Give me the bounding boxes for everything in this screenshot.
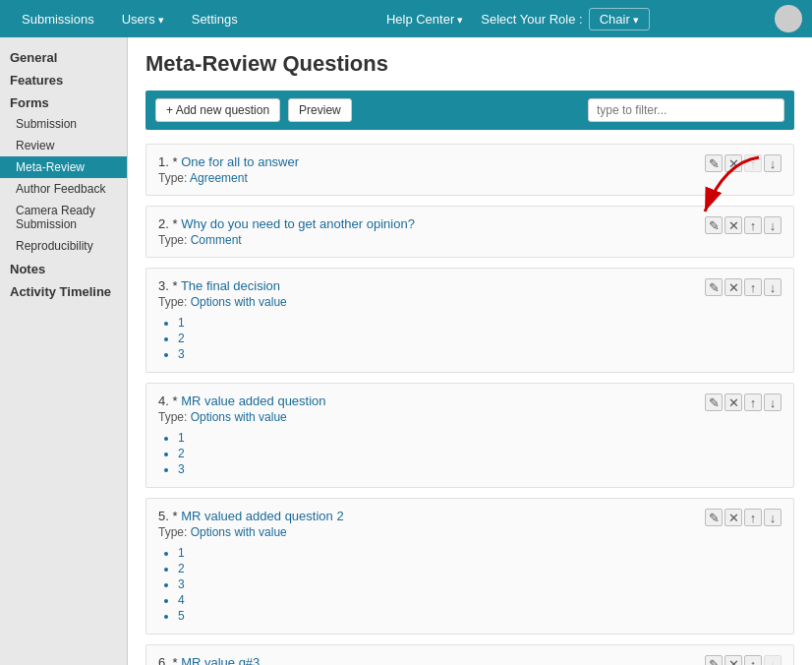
question-type-value: Options with value bbox=[191, 295, 287, 309]
page-title: Meta-Review Questions bbox=[145, 51, 794, 77]
question-text: Why do you need to get another opinion? bbox=[181, 216, 415, 231]
edit-icon[interactable]: ✎ bbox=[705, 278, 723, 296]
move-up-icon[interactable]: ↑ bbox=[744, 655, 762, 665]
nav-users[interactable]: Users bbox=[110, 6, 176, 32]
question-type: Type: Agreement bbox=[158, 171, 299, 185]
edit-icon[interactable]: ✎ bbox=[705, 154, 723, 172]
option-item: 1 bbox=[178, 315, 287, 331]
question-card-5: 5. * MR valued added question 2 Type: Op… bbox=[145, 498, 794, 635]
toolbar: + Add new question Preview bbox=[145, 91, 794, 130]
question-header: 5. * MR valued added question 2 Type: Op… bbox=[158, 509, 782, 624]
move-down-icon[interactable]: ↓ bbox=[764, 393, 782, 411]
sidebar-item-general[interactable]: General bbox=[0, 45, 127, 68]
sidebar-item-submission[interactable]: Submission bbox=[0, 113, 127, 135]
add-question-button[interactable]: + Add new question bbox=[155, 98, 280, 122]
option-list: 123 bbox=[178, 315, 287, 362]
option-list: 12345 bbox=[178, 545, 344, 624]
sidebar-item-review[interactable]: Review bbox=[0, 135, 127, 156]
top-navigation: Submissions Users Settings Help Center S… bbox=[0, 0, 812, 37]
nav-center: Help Center Select Your Role : Chair bbox=[250, 6, 775, 32]
question-type: Type: Options with value bbox=[158, 525, 344, 539]
nav-right bbox=[775, 5, 802, 32]
option-item: 3 bbox=[178, 461, 326, 477]
question-text: MR value q#3 bbox=[181, 655, 260, 665]
question-header: 3. * The final decision Type: Options wi… bbox=[158, 278, 782, 362]
question-text: One for all to answer bbox=[181, 154, 299, 169]
question-title: 5. * MR valued added question 2 bbox=[158, 509, 344, 523]
sidebar-section-forms: Forms bbox=[0, 91, 127, 113]
question-header: 4. * MR value added question Type: Optio… bbox=[158, 393, 782, 477]
option-item: 2 bbox=[178, 561, 344, 576]
option-item: 5 bbox=[178, 608, 344, 624]
question-type: Type: Comment bbox=[158, 233, 415, 247]
question-info: 4. * MR value added question Type: Optio… bbox=[158, 393, 326, 477]
question-type-value: Options with value bbox=[191, 410, 287, 424]
question-info: 2. * Why do you need to get another opin… bbox=[158, 216, 415, 247]
question-text: MR value added question bbox=[181, 393, 325, 408]
question-card-2: 2. * Why do you need to get another opin… bbox=[145, 206, 794, 258]
move-up-icon[interactable]: ↑ bbox=[744, 278, 762, 296]
question-card-3: 3. * The final decision Type: Options wi… bbox=[145, 268, 794, 373]
sidebar-item-features[interactable]: Features bbox=[0, 68, 127, 91]
sidebar: General Features Forms Submission Review… bbox=[0, 37, 128, 665]
question-card-4: 4. * MR value added question Type: Optio… bbox=[145, 383, 794, 488]
question-number: 2. * bbox=[158, 216, 181, 231]
question-number: 3. * bbox=[158, 278, 181, 293]
delete-icon[interactable]: ✕ bbox=[725, 154, 742, 172]
question-title: 6. * MR value q#3 bbox=[158, 655, 287, 665]
delete-icon[interactable]: ✕ bbox=[725, 655, 742, 665]
sidebar-item-meta-review[interactable]: Meta-Review bbox=[0, 156, 127, 178]
question-number: 5. * bbox=[158, 509, 181, 523]
question-type: Type: Options with value bbox=[158, 295, 287, 309]
preview-button[interactable]: Preview bbox=[288, 98, 352, 122]
question-actions: ✎ ✕ ↑ ↓ bbox=[705, 393, 782, 411]
delete-icon[interactable]: ✕ bbox=[725, 278, 742, 296]
question-text: MR valued added question 2 bbox=[181, 509, 344, 523]
main-layout: General Features Forms Submission Review… bbox=[0, 37, 812, 665]
move-down-icon: ↓ bbox=[764, 655, 782, 665]
nav-submissions[interactable]: Submissions bbox=[10, 6, 106, 32]
edit-icon[interactable]: ✎ bbox=[705, 216, 723, 234]
delete-icon[interactable]: ✕ bbox=[725, 509, 742, 526]
filter-input[interactable] bbox=[588, 98, 784, 122]
option-item: 1 bbox=[178, 545, 344, 561]
move-up-icon[interactable]: ↑ bbox=[744, 509, 762, 526]
sidebar-item-notes[interactable]: Notes bbox=[0, 257, 127, 279]
question-number: 1. * bbox=[158, 154, 181, 169]
nav-help-center[interactable]: Help Center bbox=[375, 6, 475, 32]
question-type-value: Agreement bbox=[190, 171, 248, 185]
delete-icon[interactable]: ✕ bbox=[725, 216, 742, 234]
chair-role-button[interactable]: Chair bbox=[589, 8, 650, 30]
sidebar-item-author-feedback[interactable]: Author Feedback bbox=[0, 178, 127, 200]
nav-settings[interactable]: Settings bbox=[180, 6, 250, 32]
question-info: 3. * The final decision Type: Options wi… bbox=[158, 278, 287, 362]
edit-icon[interactable]: ✎ bbox=[705, 655, 723, 665]
option-item: 3 bbox=[178, 576, 344, 592]
move-up-icon[interactable]: ↑ bbox=[744, 393, 762, 411]
edit-icon[interactable]: ✎ bbox=[705, 393, 723, 411]
sidebar-item-activity-timeline[interactable]: Activity Timeline bbox=[0, 279, 127, 302]
question-number: 6. * bbox=[158, 655, 181, 665]
move-down-icon[interactable]: ↓ bbox=[764, 509, 782, 526]
question-header: 6. * MR value q#3 Type: Options with val… bbox=[158, 655, 782, 665]
delete-icon[interactable]: ✕ bbox=[725, 393, 742, 411]
question-info: 5. * MR valued added question 2 Type: Op… bbox=[158, 509, 344, 624]
move-down-icon[interactable]: ↓ bbox=[764, 154, 782, 172]
move-down-icon[interactable]: ↓ bbox=[764, 278, 782, 296]
question-type-value: Options with value bbox=[191, 525, 287, 539]
move-up-icon[interactable]: ↑ bbox=[744, 216, 762, 234]
question-type-value: Comment bbox=[191, 233, 242, 247]
edit-icon[interactable]: ✎ bbox=[705, 509, 723, 526]
question-actions: ✎ ✕ ↑ ↓ bbox=[705, 278, 782, 296]
question-info: 1. * One for all to answer Type: Agreeme… bbox=[158, 154, 299, 185]
sidebar-item-camera-ready[interactable]: Camera Ready Submission bbox=[0, 200, 127, 235]
select-role-label: Select Your Role : bbox=[481, 12, 582, 27]
question-text: The final decision bbox=[181, 278, 280, 293]
avatar bbox=[775, 5, 802, 32]
sidebar-item-reproducibility[interactable]: Reproducibility bbox=[0, 235, 127, 257]
main-content: Meta-Review Questions + Add new question… bbox=[128, 37, 812, 665]
question-header: 1. * One for all to answer Type: Agreeme… bbox=[158, 154, 782, 185]
move-down-icon[interactable]: ↓ bbox=[764, 216, 782, 234]
nav-left: Submissions Users Settings bbox=[10, 6, 250, 32]
option-item: 3 bbox=[178, 346, 287, 362]
